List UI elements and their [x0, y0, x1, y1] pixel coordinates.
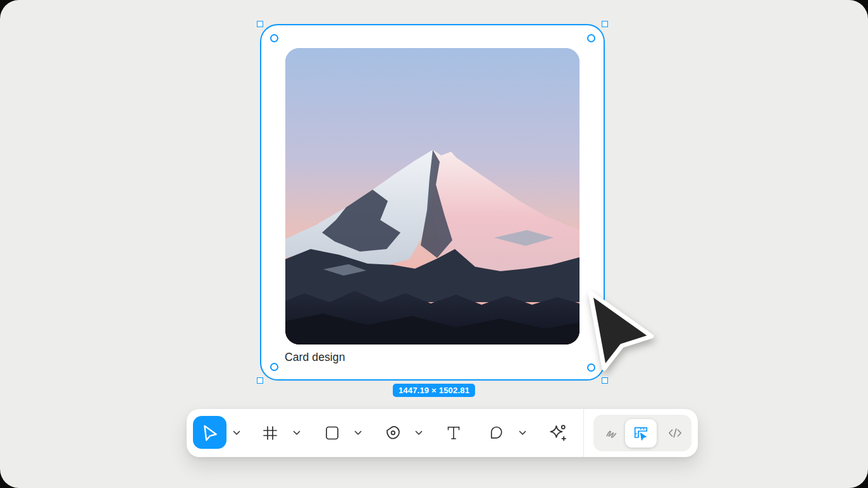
- resize-handle-bottom-right[interactable]: [602, 377, 608, 384]
- shape-tool-button[interactable]: [318, 417, 346, 449]
- toolbar-divider: [583, 409, 584, 457]
- pen-icon: [384, 424, 402, 442]
- mode-segmented-control: [593, 415, 691, 451]
- chevron-down-icon: [233, 430, 240, 436]
- move-tool-button[interactable]: [193, 416, 226, 449]
- scribble-icon: [603, 425, 620, 442]
- radius-handle-top-left[interactable]: [270, 34, 278, 42]
- chevron-down-icon: [354, 430, 362, 436]
- rectangle-icon: [323, 424, 341, 442]
- code-icon: [666, 424, 684, 442]
- radius-handle-bottom-left[interactable]: [270, 363, 278, 371]
- frame-tool-dropdown[interactable]: [291, 417, 302, 449]
- chevron-down-icon: [415, 430, 423, 436]
- radius-handle-top-right[interactable]: [587, 34, 595, 42]
- toolbar: [187, 409, 698, 457]
- measure-mode-button[interactable]: [625, 419, 657, 448]
- code-mode-button[interactable]: [661, 417, 689, 449]
- mountain-photo[interactable]: [285, 48, 580, 345]
- card-title: Card design: [285, 351, 345, 364]
- sparkle-plus-icon: [548, 424, 567, 442]
- frame-icon: [261, 424, 279, 442]
- comment-tool-button[interactable]: [482, 417, 510, 449]
- selection-size-badge: 1447.19 × 1502.81: [393, 384, 475, 397]
- cursor-icon: [201, 423, 220, 442]
- design-canvas[interactable]: Card design 1447.19 × 1502.81: [0, 0, 868, 488]
- chevron-down-icon: [293, 430, 301, 436]
- draw-mode-button[interactable]: [597, 417, 625, 449]
- pen-tool-dropdown[interactable]: [413, 417, 425, 449]
- frame-tool-button[interactable]: [256, 417, 284, 449]
- selected-card-frame[interactable]: Card design: [260, 24, 605, 381]
- comment-bubble-icon: [487, 424, 505, 442]
- shape-tool-dropdown[interactable]: [352, 417, 364, 449]
- resize-handle-bottom-left[interactable]: [257, 377, 263, 384]
- mountain-photo-art: [285, 48, 580, 345]
- ruler-cursor-icon: [632, 425, 650, 442]
- move-tool-dropdown[interactable]: [231, 417, 242, 449]
- resize-handle-top-right[interactable]: [602, 21, 608, 27]
- chevron-down-icon: [519, 430, 526, 436]
- pen-tool-button[interactable]: [379, 417, 407, 449]
- resize-handle-top-left[interactable]: [257, 21, 263, 27]
- ai-actions-button[interactable]: [543, 417, 571, 449]
- text-tool-button[interactable]: [440, 417, 468, 449]
- radius-handle-bottom-right[interactable]: [587, 363, 595, 372]
- text-icon: [445, 424, 462, 442]
- comment-tool-dropdown[interactable]: [517, 417, 528, 449]
